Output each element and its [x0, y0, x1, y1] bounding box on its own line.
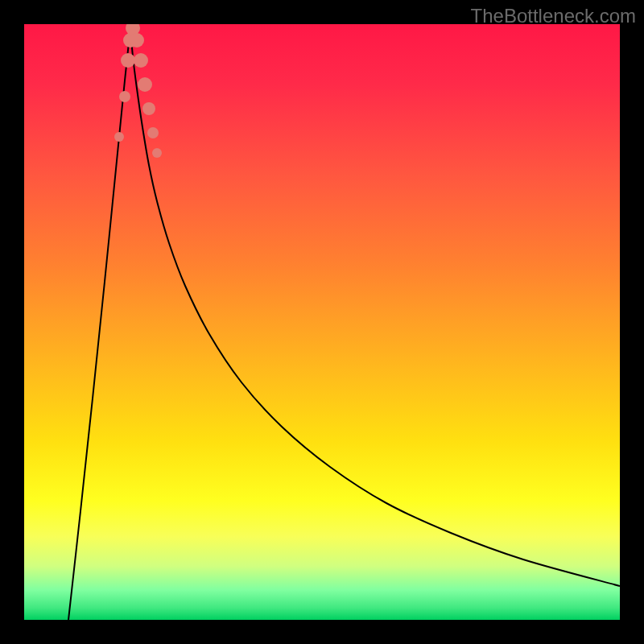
data-marker — [152, 148, 162, 158]
data-marker — [130, 33, 144, 47]
plot-area — [24, 24, 620, 620]
watermark-text: TheBottleneck.com — [471, 5, 636, 27]
data-marker — [119, 91, 130, 102]
chart-svg — [24, 24, 620, 620]
chart-container: TheBottleneck.com — [0, 0, 644, 644]
left-curve — [68, 27, 130, 620]
data-marker — [138, 77, 152, 92]
right-curve — [130, 27, 620, 586]
curve-group — [68, 27, 620, 620]
marker-group — [114, 24, 162, 158]
data-marker — [147, 127, 159, 138]
data-marker — [114, 132, 124, 142]
data-marker — [142, 102, 155, 115]
data-marker — [134, 53, 148, 68]
data-marker — [121, 53, 135, 68]
